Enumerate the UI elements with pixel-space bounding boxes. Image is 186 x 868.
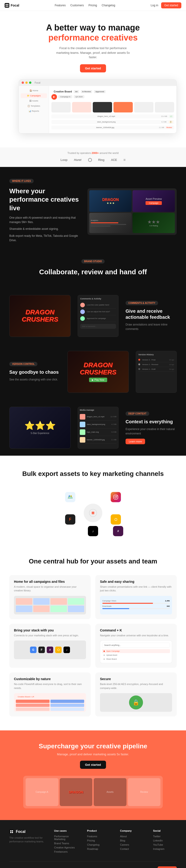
footer-item-features[interactable]: Features: [87, 835, 111, 838]
footer-item-blog[interactable]: Blog: [120, 839, 144, 842]
sup-card-1: Campaign A: [26, 778, 59, 806]
ss-sidebar-reports[interactable]: 📊 Reports: [21, 109, 47, 114]
feature-context-left: ⭐⭐⭐ 5-Star Experience: [9, 407, 71, 449]
footer-item-contact[interactable]: Contact: [120, 847, 144, 850]
version-time-1: 2h ago: [169, 359, 174, 361]
collab-heading: Collaborate, review and hand off: [9, 267, 177, 276]
ss-sidebar-assets[interactable]: 🖼 Assets: [21, 98, 47, 103]
supercharge-cta-button[interactable]: Get started: [80, 761, 106, 769]
footer-item-pricing[interactable]: Pricing: [87, 839, 111, 842]
footer-logo-icon: [9, 829, 14, 834]
nav-changelog[interactable]: Changelog: [102, 4, 115, 7]
ss-row-1: dragon_hero_v2.mp4 12.4 MB ✓: [51, 114, 174, 119]
dark-card-2-img: Asset Preview Campaign: [133, 190, 175, 212]
sup-dragon-text: DRAGON: [69, 790, 83, 794]
hub-card-customize-title: Customizable by nature: [14, 677, 86, 681]
section-creatives-badge: WHERE IT LIVES: [9, 179, 34, 183]
comment-3: Approved for campaign: [80, 315, 116, 322]
ss-filter-approved[interactable]: Approved: [94, 90, 105, 93]
ss-play-btn[interactable]: ▶: [51, 94, 57, 100]
footer-item-pm[interactable]: Performance Marketing: [54, 835, 78, 840]
footer-brand: Focal The creative workflow tool for per…: [9, 829, 45, 855]
screenshot-titlebar: Focal: [19, 80, 177, 86]
ss-sidebar-campaigns[interactable]: 📁 Campaigns: [21, 93, 47, 98]
mini-card-1: [16, 598, 32, 604]
footer-item-freelancers[interactable]: Freelancers: [54, 850, 78, 853]
logo-ace: ACE: [111, 158, 117, 162]
footer-col-company: Company About Blog Careers Contact: [120, 829, 144, 855]
logo-icon: [5, 3, 9, 8]
footer-item-changelog[interactable]: Changelog: [87, 843, 111, 846]
cmd-item-2[interactable]: Upload Asset: [102, 653, 170, 657]
svg-rect-7: [114, 495, 118, 499]
dark-card-1-img: DRAGON ★ ★ ★: [89, 190, 132, 212]
feature-version-text: VERSION CONTROL Say goodbye to chaos See…: [9, 362, 61, 382]
command-k-input[interactable]: Search anything...: [102, 643, 170, 648]
figma-icon: F: [65, 514, 75, 525]
dark-card-3: Analytics: [89, 213, 132, 233]
command-k-panel: Search anything... Open Campaign Upload …: [100, 641, 172, 663]
comments-panel: Comments & Activity Love the color palet…: [78, 295, 119, 337]
ss-sidebar-home[interactable]: 🏠 Home: [21, 88, 47, 93]
feature-feedback-visual: DRAGONCRUSHERS: [9, 295, 71, 337]
cmd-item-1[interactable]: Open Campaign: [102, 649, 170, 653]
dark-card-1: DRAGON ★ ★ ★: [89, 190, 132, 212]
footer-item-about[interactable]: About: [120, 835, 144, 838]
media-thumb-3: [80, 429, 85, 435]
cmd-dot-2: [104, 654, 105, 656]
media-thumb-1: [80, 414, 85, 420]
ss-sidebar-templates[interactable]: 📋 Templates: [21, 103, 47, 108]
footer-col-company-title: Company: [120, 829, 144, 832]
media-name-4: banner_1200x628.jpg: [87, 439, 110, 441]
nav-pricing[interactable]: Pricing: [88, 4, 97, 7]
customize-rows: [16, 700, 84, 711]
hero-section: A better way to manage performance creat…: [0, 11, 186, 147]
cmd-item-3[interactable]: Share Board: [102, 657, 170, 661]
hero-subtitle: Focal is the creative workflow tool for …: [53, 46, 133, 60]
comment-placeholder[interactable]: Add a comment...: [80, 324, 116, 329]
customize-col-2: [50, 700, 84, 711]
export-icons-container: F ♪ ⬡ #: [61, 487, 125, 538]
hub-card-campaigns-desc: A modern, visual space to organise and s…: [14, 585, 86, 593]
hero-cta-button[interactable]: Get started: [80, 64, 106, 72]
section-creatives-text: WHERE IT LIVES Where your performance cr…: [9, 179, 80, 245]
footer-item-careers[interactable]: Careers: [120, 843, 144, 846]
feature-context: ⭐⭐⭐ 5-Star Experience Media manage drago…: [0, 400, 186, 456]
nav-cta-button[interactable]: Get started: [161, 2, 181, 8]
footer-item-youtube[interactable]: YouTube: [153, 843, 177, 846]
svg-rect-3: [7, 6, 8, 7]
footer-item-linkedin[interactable]: LinkedIn: [153, 839, 177, 842]
ss-filter-review[interactable]: In Review: [81, 90, 92, 93]
custom-bar-4: [50, 700, 84, 703]
logo[interactable]: Focal: [5, 3, 19, 8]
footer-item-instagram[interactable]: Instagram: [153, 847, 177, 850]
nav-features[interactable]: Features: [54, 4, 66, 7]
logo-loop: Loop: [61, 158, 67, 162]
supercharge-desc: Manage, proof and deliver marketing asse…: [9, 752, 177, 756]
section-creatives-live: WHERE IT LIVES Where your performance cr…: [0, 167, 186, 256]
comment-1: Love the color palette here!: [80, 302, 116, 309]
section-creatives-p3: Bulk export ready for Meta, TikTok, Tabo…: [9, 234, 80, 243]
hub-customize-visual: Creative Board • LR: [14, 693, 86, 712]
version-dot-3: [138, 368, 140, 370]
footer-cta-button[interactable]: Get started: [158, 866, 177, 868]
sharing-row-1: Campaign Views 2,456: [102, 600, 170, 602]
hub-card-command-title: Command + K: [100, 628, 172, 632]
airtable-icon: ⬡: [111, 514, 121, 525]
sharing-value-1: 2,456: [165, 600, 170, 602]
sup-card-2-content: DRAGON: [69, 790, 83, 794]
footer-brand-name: Focal: [9, 829, 45, 834]
nav-customers[interactable]: Customers: [70, 4, 84, 7]
footer-item-agencies[interactable]: Creative Agencies: [54, 846, 78, 849]
footer-item-twitter[interactable]: Twitter: [153, 835, 177, 838]
hub-card-secure: Secure Bank-level 256-bit AES encryption…: [95, 673, 177, 716]
context-cta-button[interactable]: Learn more: [125, 439, 145, 444]
login-link[interactable]: Log in: [151, 4, 158, 7]
screenshot-main: Creative Board All In Review Approved ▶ …: [49, 86, 177, 133]
footer-item-roadmap[interactable]: Roadmap: [87, 847, 111, 850]
ss-filter-all[interactable]: All: [74, 90, 79, 93]
footer-item-brand[interactable]: Brand Teams: [54, 842, 78, 845]
dark-card-2: Asset Preview Campaign: [133, 190, 175, 212]
hub-command-visual: Search anything... Open Campaign Upload …: [100, 641, 172, 663]
footer-col-usecases-title: Use cases: [54, 829, 78, 832]
